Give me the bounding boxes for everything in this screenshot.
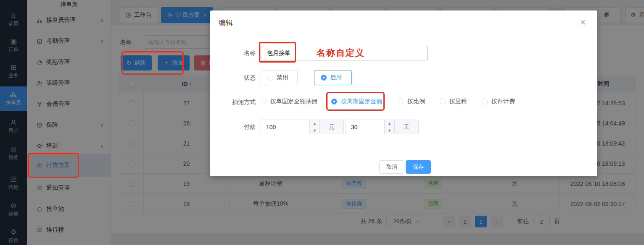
save-button[interactable]: 保存 [406,160,431,174]
step-up-icon: ▲ [385,120,394,127]
status-option-enabled[interactable]: 启用 [314,70,352,85]
app-window: ⌂ 首页 ▣ 订单 ⊞ 业务 接单员 用户 ◎ 财务 [0,0,644,245]
radio-selected-icon [331,99,337,104]
amount-stepper[interactable]: ▲▼ [309,120,319,134]
payment-amount-group: ▲▼ 元 [261,120,344,134]
edit-dialog: 编辑 × 名称 状态 禁用 启用 抽佣方式 按单固定金额抽佣 按周期固定金额 按… [210,10,597,176]
commission-option-by-ratio[interactable]: 按比例 [398,98,425,105]
cancel-button[interactable]: 取消 [379,160,404,174]
step-up-icon: ▲ [310,120,319,127]
plan-name-input[interactable] [261,46,428,60]
status-option-disabled[interactable]: 禁用 [261,70,298,85]
amount-unit: 元 [319,120,344,134]
commission-option-fixed-per-order[interactable]: 按单固定金额抽佣 [261,98,317,105]
name-label: 名称 [218,50,256,57]
status-label: 状态 [218,74,256,82]
payment-period-group: ▲▼ 天 [346,120,419,134]
radio-icon [261,99,267,104]
radio-icon [398,99,404,104]
commission-option-by-piece[interactable]: 按件计费 [482,98,515,105]
radio-icon [482,99,488,104]
step-down-icon: ▼ [310,127,319,134]
radio-selected-icon [321,75,327,81]
close-icon[interactable]: × [580,18,586,26]
commission-option-fixed-per-period[interactable]: 按周期固定金额 [331,98,382,105]
period-unit: 天 [394,120,419,134]
radio-icon [267,75,273,81]
commission-option-by-mileage[interactable]: 按里程 [440,98,467,105]
step-down-icon: ▼ [385,127,394,134]
payment-label: 付款 [218,123,256,131]
commission-label: 抽佣方式 [218,99,256,106]
dialog-title: 编辑 [219,18,233,28]
period-stepper[interactable]: ▲▼ [384,120,394,134]
radio-icon [440,99,446,104]
